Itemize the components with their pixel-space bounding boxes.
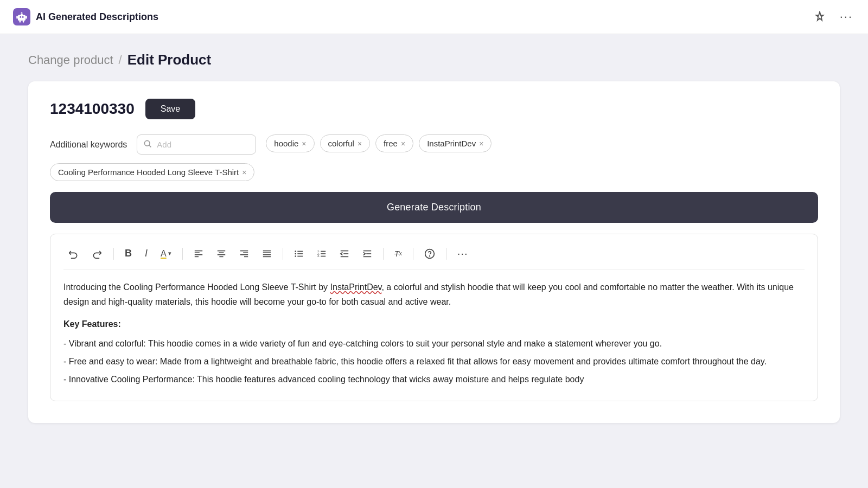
- tag-instaprint-remove[interactable]: ×: [479, 140, 483, 147]
- keywords-input-wrap: [137, 134, 256, 155]
- header-left: AI Generated Descriptions: [13, 8, 158, 25]
- breadcrumb: Change product / Edit Product: [28, 52, 840, 68]
- toolbar-sep-6: [446, 248, 446, 260]
- breadcrumb-area: Change product / Edit Product: [0, 34, 868, 81]
- svg-rect-2: [20, 16, 21, 18]
- breadcrumb-link[interactable]: Change product: [28, 53, 113, 67]
- svg-point-30: [295, 255, 296, 257]
- breadcrumb-separator: /: [119, 53, 122, 67]
- toolbar-sep-5: [413, 248, 413, 260]
- pin-button[interactable]: [812, 9, 828, 25]
- svg-rect-1: [18, 15, 25, 21]
- app-logo-icon: [13, 8, 30, 25]
- features-title: Key Features:: [63, 317, 805, 331]
- editor-area: B I A ▾: [50, 234, 818, 401]
- justify-button[interactable]: [258, 247, 276, 261]
- redo-button[interactable]: [87, 246, 107, 261]
- svg-point-29: [295, 253, 296, 254]
- search-icon: [143, 139, 152, 150]
- ordered-list-button[interactable]: 1. 2. 3.: [312, 247, 331, 261]
- tag-instaprint: InstaPrintDev ×: [419, 134, 492, 152]
- product-id: 1234100330: [50, 100, 135, 118]
- feature-item-2: - Free and easy to wear: Made from a lig…: [63, 354, 805, 369]
- tag-free: free ×: [375, 134, 413, 152]
- italic-button[interactable]: I: [141, 246, 152, 261]
- svg-rect-7: [25, 16, 27, 18]
- generate-description-button[interactable]: Generate Description: [50, 192, 818, 223]
- bullet-list-button[interactable]: [290, 247, 308, 261]
- editor-intro-paragraph: Introducing the Cooling Performance Hood…: [63, 280, 805, 309]
- editor-toolbar: B I A ▾: [63, 245, 805, 270]
- toolbar-sep-4: [383, 248, 384, 260]
- header: AI Generated Descriptions ···: [0, 0, 868, 34]
- svg-rect-9: [23, 21, 24, 23]
- svg-point-28: [295, 251, 296, 252]
- save-button[interactable]: Save: [145, 99, 195, 119]
- feature-item-3: - Innovative Cooling Performance: This h…: [63, 372, 805, 387]
- indent-in-button[interactable]: [358, 247, 376, 261]
- highlight-button[interactable]: A ▾: [156, 247, 176, 261]
- svg-text:3.: 3.: [317, 254, 320, 258]
- align-right-button[interactable]: [235, 247, 253, 261]
- product-header: 1234100330 Save: [50, 99, 818, 119]
- editor-content[interactable]: Introducing the Cooling Performance Hood…: [63, 280, 805, 387]
- help-button[interactable]: [420, 246, 439, 261]
- header-right: ···: [812, 8, 855, 26]
- more-options-button[interactable]: ···: [838, 8, 855, 26]
- tag-colorful: colorful ×: [320, 134, 371, 152]
- highlight-caret-icon: ▾: [168, 250, 171, 257]
- tag-long-product-remove[interactable]: ×: [242, 169, 246, 176]
- tag-hoodie-remove[interactable]: ×: [302, 140, 306, 147]
- main-card: 1234100330 Save Additional keywords hood…: [28, 81, 840, 423]
- app-title: AI Generated Descriptions: [36, 11, 158, 23]
- clear-format-button[interactable]: Tx: [390, 247, 406, 260]
- tag-colorful-text: colorful: [328, 139, 354, 148]
- tag-free-text: free: [384, 139, 398, 148]
- tag-instaprint-text: InstaPrintDev: [427, 139, 476, 148]
- clear-format-icon: T: [394, 249, 399, 258]
- toolbar-sep-3: [283, 248, 283, 260]
- tag-free-remove[interactable]: ×: [401, 140, 405, 147]
- svg-line-11: [149, 145, 151, 147]
- indent-out-button[interactable]: [335, 247, 354, 261]
- instaprint-link: InstaPrintDev: [330, 282, 382, 292]
- toolbar-sep-2: [182, 248, 183, 260]
- keywords-label: Additional keywords: [50, 134, 127, 150]
- toolbar-sep-1: [113, 248, 114, 260]
- bold-button[interactable]: B: [120, 246, 136, 261]
- svg-rect-3: [22, 16, 24, 18]
- svg-rect-6: [16, 16, 18, 18]
- tag-long-product: Cooling Performance Hooded Long Sleeve T…: [50, 163, 254, 181]
- keywords-row: Additional keywords hoodie × colorful × …: [50, 134, 818, 155]
- tag-long-product-text: Cooling Performance Hooded Long Sleeve T…: [58, 168, 239, 177]
- feature-item-1: - Vibrant and colorful: This hoodie come…: [63, 336, 805, 351]
- undo-button[interactable]: [63, 246, 83, 261]
- svg-point-10: [145, 140, 150, 146]
- keywords-input[interactable]: [137, 134, 256, 155]
- svg-rect-8: [20, 21, 21, 23]
- more-toolbar-button[interactable]: ···: [453, 245, 473, 262]
- breadcrumb-current: Edit Product: [127, 52, 212, 68]
- align-center-button[interactable]: [212, 247, 231, 261]
- svg-point-47: [429, 255, 430, 256]
- tags-group: hoodie × colorful × free × InstaPrintDev…: [266, 134, 492, 152]
- long-tag-row: Cooling Performance Hooded Long Sleeve T…: [50, 163, 818, 181]
- align-left-button[interactable]: [189, 247, 208, 261]
- tag-hoodie-text: hoodie: [274, 139, 298, 148]
- highlight-icon: A: [161, 249, 167, 259]
- tag-colorful-remove[interactable]: ×: [358, 140, 362, 147]
- svg-point-5: [21, 12, 23, 14]
- tag-hoodie: hoodie ×: [266, 134, 314, 152]
